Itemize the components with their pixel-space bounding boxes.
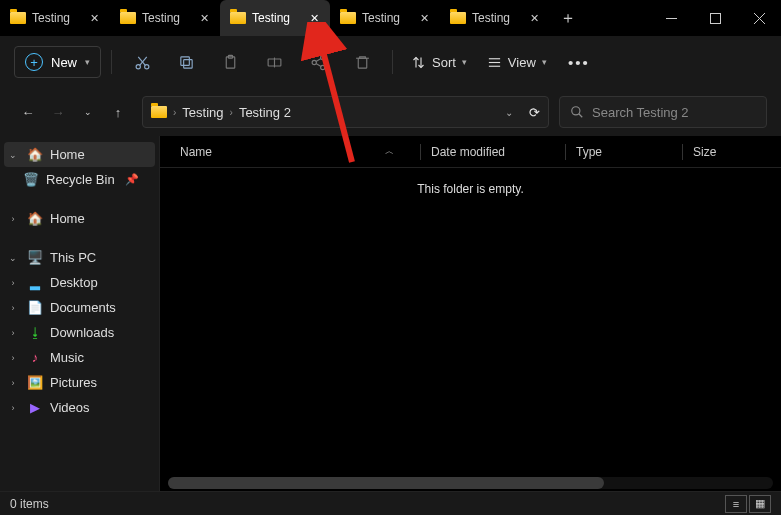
delete-button[interactable] <box>342 44 382 80</box>
view-label: View <box>508 55 536 70</box>
maximize-button[interactable] <box>693 0 737 36</box>
svg-point-16 <box>320 65 324 69</box>
copy-button[interactable] <box>166 44 206 80</box>
chevron-down-icon: ▾ <box>85 57 90 67</box>
search-input[interactable]: Search Testing 2 <box>559 96 767 128</box>
paste-button[interactable] <box>210 44 250 80</box>
col-size[interactable]: Size <box>693 145 716 159</box>
sidebar-item-home2[interactable]: › 🏠 Home <box>0 206 159 231</box>
refresh-button[interactable]: ⟳ <box>529 105 540 120</box>
tab-3[interactable]: Testing ✕ <box>330 0 440 36</box>
sidebar-item-pictures[interactable]: › 🖼️ Pictures <box>0 370 159 395</box>
svg-rect-9 <box>180 56 189 65</box>
sidebar: ⌄ 🏠 Home 🗑️ Recycle Bin 📌 › 🏠 Home ⌄ 🖥️ … <box>0 136 160 491</box>
sidebar-item-home[interactable]: ⌄ 🏠 Home <box>4 142 155 167</box>
svg-line-17 <box>316 58 321 61</box>
col-name[interactable]: Name ︿ <box>180 145 410 159</box>
sidebar-item-label: Music <box>50 350 84 365</box>
cut-button[interactable] <box>122 44 162 80</box>
home-icon: 🏠 <box>26 147 44 162</box>
chevron-down-icon[interactable]: ⌄ <box>505 107 513 118</box>
window-controls <box>649 0 781 36</box>
sidebar-item-desktop[interactable]: › ▂ Desktop <box>0 270 159 295</box>
close-button[interactable] <box>737 0 781 36</box>
minimize-button[interactable] <box>649 0 693 36</box>
svg-line-7 <box>138 56 145 65</box>
videos-icon: ▶ <box>26 400 44 415</box>
more-button[interactable]: ••• <box>559 44 599 80</box>
svg-rect-19 <box>358 58 367 68</box>
svg-rect-8 <box>183 59 192 67</box>
sort-asc-icon: ︿ <box>385 145 394 158</box>
sidebar-item-label: Home <box>50 211 85 226</box>
svg-line-18 <box>316 63 321 66</box>
breadcrumb-seg-1[interactable]: Testing <box>182 105 223 120</box>
back-button[interactable]: ← <box>14 98 42 126</box>
scrollbar-thumb[interactable] <box>168 477 604 489</box>
tab-label: Testing <box>252 11 300 25</box>
sort-button[interactable]: Sort ▾ <box>403 55 475 70</box>
forward-button[interactable]: → <box>44 98 72 126</box>
up-button[interactable]: ↑ <box>104 98 132 126</box>
folder-icon <box>120 12 136 24</box>
breadcrumb-seg-2[interactable]: Testing 2 <box>239 105 291 120</box>
sidebar-item-documents[interactable]: › 📄 Documents <box>0 295 159 320</box>
horizontal-scrollbar[interactable] <box>168 477 773 489</box>
rename-button[interactable] <box>254 44 294 80</box>
folder-icon <box>340 12 356 24</box>
tab-strip: Testing ✕ Testing ✕ Testing ✕ Testing ✕ … <box>0 0 649 36</box>
titlebar: Testing ✕ Testing ✕ Testing ✕ Testing ✕ … <box>0 0 781 36</box>
tiles-view-button[interactable]: ▦ <box>749 495 771 513</box>
sidebar-item-label: Recycle Bin <box>46 172 115 187</box>
tab-label: Testing <box>32 11 80 25</box>
sidebar-item-recycle[interactable]: 🗑️ Recycle Bin 📌 <box>0 167 159 192</box>
chevron-right-icon: › <box>6 378 20 388</box>
sort-icon <box>411 55 426 70</box>
chevron-down-icon: ⌄ <box>6 253 20 263</box>
sort-label: Sort <box>432 55 456 70</box>
new-button[interactable]: + New ▾ <box>14 46 101 78</box>
tab-1[interactable]: Testing ✕ <box>110 0 220 36</box>
plus-icon: + <box>25 53 43 71</box>
sidebar-item-music[interactable]: › ♪ Music <box>0 345 159 370</box>
svg-point-15 <box>312 60 316 64</box>
address-bar: ← → ⌄ ↑ › Testing › Testing 2 ⌄ ⟳ Search… <box>0 88 781 136</box>
svg-line-26 <box>579 114 583 118</box>
sidebar-item-thispc[interactable]: ⌄ 🖥️ This PC <box>0 245 159 270</box>
sidebar-item-label: Videos <box>50 400 90 415</box>
documents-icon: 📄 <box>26 300 44 315</box>
new-tab-button[interactable]: ＋ <box>550 0 586 36</box>
close-icon[interactable]: ✕ <box>526 10 542 26</box>
content-pane: Name ︿ Date modified Type Size This fold… <box>160 136 781 491</box>
chevron-down-icon: ▾ <box>542 57 547 67</box>
sidebar-item-videos[interactable]: › ▶ Videos <box>0 395 159 420</box>
pictures-icon: 🖼️ <box>26 375 44 390</box>
col-date[interactable]: Date modified <box>431 145 555 159</box>
close-icon[interactable]: ✕ <box>86 10 102 26</box>
toolbar: + New ▾ Sort ▾ View ▾ ••• <box>0 36 781 88</box>
close-icon[interactable]: ✕ <box>416 10 432 26</box>
home-icon: 🏠 <box>26 211 44 226</box>
chevron-right-icon: › <box>6 278 20 288</box>
search-placeholder: Search Testing 2 <box>592 105 689 120</box>
view-button[interactable]: View ▾ <box>479 55 555 70</box>
empty-message: This folder is empty. <box>160 168 781 196</box>
tab-2[interactable]: Testing ✕ <box>220 0 330 36</box>
sidebar-item-label: Home <box>50 147 85 162</box>
close-icon[interactable]: ✕ <box>196 10 212 26</box>
sidebar-item-downloads[interactable]: › ⭳ Downloads <box>0 320 159 345</box>
recent-button[interactable]: ⌄ <box>74 98 102 126</box>
pc-icon: 🖥️ <box>26 250 44 265</box>
breadcrumb[interactable]: › Testing › Testing 2 ⌄ ⟳ <box>142 96 549 128</box>
music-icon: ♪ <box>26 350 44 365</box>
chevron-right-icon: › <box>6 353 20 363</box>
tab-0[interactable]: Testing ✕ <box>0 0 110 36</box>
details-view-button[interactable]: ≡ <box>725 495 747 513</box>
chevron-right-icon: › <box>6 214 20 224</box>
col-type[interactable]: Type <box>576 145 672 159</box>
downloads-icon: ⭳ <box>26 325 44 340</box>
tab-4[interactable]: Testing ✕ <box>440 0 550 36</box>
share-button[interactable] <box>298 44 338 80</box>
folder-icon <box>10 12 26 24</box>
close-icon[interactable]: ✕ <box>306 10 322 26</box>
